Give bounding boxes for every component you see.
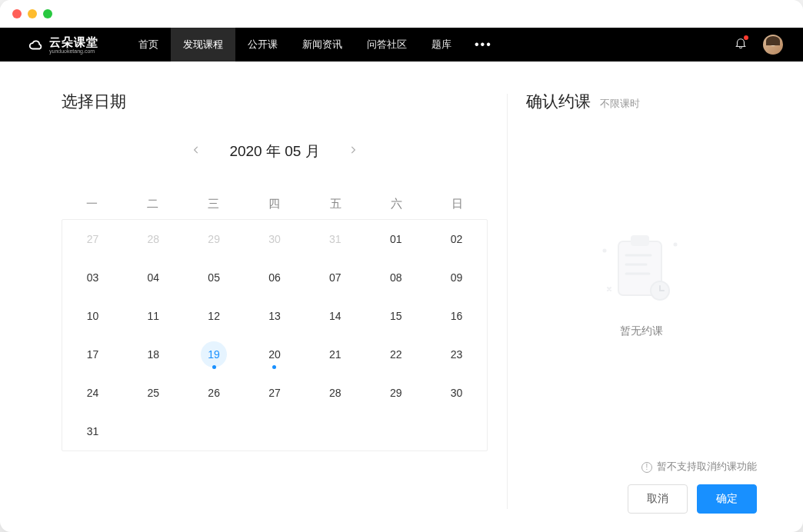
calendar-month-label: 2020 年 05 月	[229, 141, 319, 161]
empty-text: 暂无约课	[620, 324, 663, 338]
calendar-day[interactable]: 09	[426, 258, 487, 297]
day-number: 25	[147, 387, 159, 399]
day-number: 09	[451, 271, 463, 284]
day-marker-dot	[212, 365, 216, 369]
svg-point-6	[603, 248, 607, 252]
day-number: 27	[268, 387, 281, 399]
calendar-day[interactable]: 14	[305, 297, 365, 335]
nav-more[interactable]: •••	[464, 28, 503, 62]
chevron-right-icon	[348, 145, 358, 155]
chevron-left-icon	[191, 145, 202, 155]
prev-month-button[interactable]	[186, 140, 206, 163]
calendar-day[interactable]: 24	[62, 374, 123, 412]
day-number: 29	[390, 387, 402, 399]
day-number: 26	[208, 387, 220, 399]
calendar-day[interactable]: 16	[426, 297, 487, 335]
calendar-day[interactable]: 25	[123, 374, 184, 412]
calendar-day[interactable]: 26	[184, 374, 245, 412]
day-marker-dot	[272, 365, 276, 369]
calendar-day[interactable]: 04	[123, 258, 184, 297]
window-minimize-dot[interactable]	[28, 9, 37, 18]
calendar-day[interactable]: 15	[365, 297, 426, 335]
nav-item[interactable]: 题库	[419, 28, 464, 62]
day-number: 13	[268, 310, 281, 322]
empty-state: 暂无约课	[526, 105, 757, 461]
panel-divider	[507, 94, 508, 509]
empty-illustration	[595, 228, 688, 312]
calendar-day[interactable]: 12	[184, 297, 245, 335]
calendar-grid: 2728293031010203040506070809101112131415…	[62, 219, 488, 451]
day-number: 10	[87, 310, 99, 322]
weekday-label: 一	[62, 189, 122, 219]
calendar-day[interactable]: 28	[305, 374, 365, 412]
day-number: 11	[147, 310, 159, 322]
weekday-label: 二	[122, 189, 183, 219]
day-number: 14	[329, 310, 342, 322]
day-number: 23	[451, 348, 463, 361]
window-zoom-dot[interactable]	[43, 9, 52, 18]
day-number: 16	[451, 310, 463, 322]
calendar-day[interactable]: 20	[245, 335, 305, 374]
calendar-day[interactable]: 05	[184, 258, 245, 297]
calendar-day[interactable]: 11	[123, 297, 184, 335]
user-avatar[interactable]	[763, 35, 783, 55]
calendar-day[interactable]: 02	[426, 220, 487, 258]
info-icon: !	[641, 462, 652, 473]
weekday-label: 日	[427, 189, 488, 219]
calendar-day[interactable]: 22	[365, 335, 426, 374]
day-number: 08	[390, 271, 402, 284]
content-area: 选择日期 2020 年 05 月 一二三四五六日 272829303101020…	[0, 62, 803, 532]
nav-item[interactable]: 首页	[126, 28, 171, 62]
calendar-day[interactable]: 29	[365, 374, 426, 412]
day-number: 19	[201, 341, 227, 367]
confirm-button[interactable]: 确定	[697, 484, 757, 514]
day-number: 12	[208, 310, 220, 322]
calendar-day[interactable]: 23	[426, 335, 487, 374]
calendar-day[interactable]: 27	[245, 374, 305, 412]
day-number: 17	[87, 348, 99, 361]
day-number: 24	[87, 387, 99, 399]
nav-item[interactable]: 新闻资讯	[290, 28, 355, 62]
nav-item[interactable]: 问答社区	[355, 28, 419, 62]
calendar-header: 2020 年 05 月	[62, 140, 488, 163]
calendar-day[interactable]: 01	[365, 220, 426, 258]
calendar-day[interactable]: 31	[62, 412, 123, 451]
weekday-row: 一二三四五六日	[62, 189, 488, 219]
weekday-label: 四	[244, 189, 305, 219]
day-number: 01	[390, 233, 402, 245]
calendar-day[interactable]: 21	[305, 335, 365, 374]
next-month-button[interactable]	[343, 140, 363, 163]
calendar-day: 31	[305, 220, 365, 258]
calendar-day[interactable]: 10	[62, 297, 123, 335]
svg-point-7	[674, 242, 678, 246]
cancel-button[interactable]: 取消	[628, 484, 688, 514]
day-number: 31	[87, 425, 99, 437]
calendar-day[interactable]: 08	[365, 258, 426, 297]
notification-bell[interactable]	[734, 36, 748, 53]
calendar-day[interactable]: 17	[62, 335, 123, 374]
day-number: 06	[268, 271, 281, 284]
day-number: 20	[268, 348, 281, 361]
day-number: 04	[147, 271, 159, 284]
nav-item[interactable]: 公开课	[235, 28, 290, 62]
day-number: 18	[147, 348, 159, 361]
calendar-day[interactable]: 13	[245, 297, 305, 335]
calendar-day[interactable]: 07	[305, 258, 365, 297]
day-number: 03	[87, 271, 99, 284]
date-panel: 选择日期 2020 年 05 月 一二三四五六日 272829303101020…	[62, 91, 526, 514]
calendar-day[interactable]: 19	[184, 335, 245, 374]
day-number: 02	[451, 233, 463, 245]
calendar-day[interactable]: 30	[426, 374, 487, 412]
nav-item[interactable]: 发现课程	[171, 28, 235, 62]
day-number: 27	[87, 233, 99, 245]
weekday-label: 五	[305, 189, 366, 219]
window-close-dot[interactable]	[12, 9, 22, 18]
calendar-day[interactable]: 03	[62, 258, 123, 297]
brand-sub: yunduoketang.com	[49, 48, 98, 54]
calendar-day[interactable]: 06	[245, 258, 305, 297]
day-number: 28	[329, 387, 342, 399]
clipboard-empty-icon	[595, 228, 688, 312]
brand-logo[interactable]: 云朵课堂 yunduoketang.com	[28, 35, 98, 54]
day-number: 21	[329, 348, 342, 361]
calendar-day[interactable]: 18	[123, 335, 184, 374]
